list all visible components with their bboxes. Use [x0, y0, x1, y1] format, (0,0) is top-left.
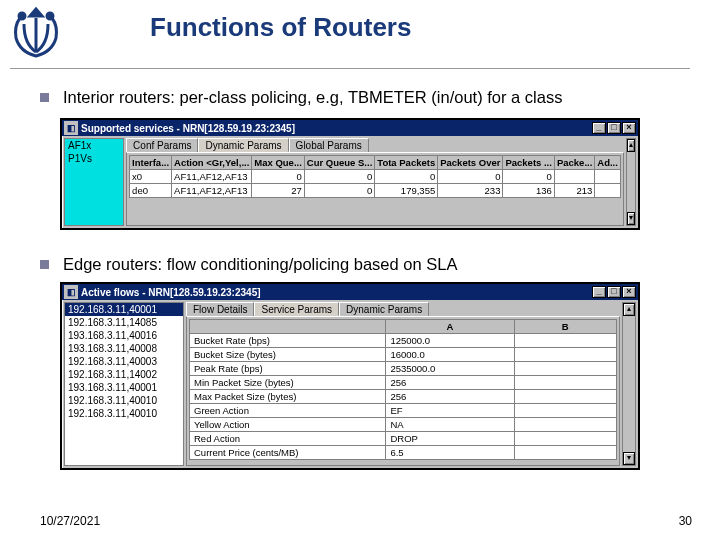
dynamic-params-table: Interfa... Action <Gr,Yel,... Max Que...… — [129, 155, 621, 198]
cell: Min Packet Size (bytes) — [190, 376, 386, 390]
cell: 16000.0 — [386, 348, 514, 362]
cell: 2535000.0 — [386, 362, 514, 376]
tab-dynamic-params-2[interactable]: Dynamic Params — [339, 302, 429, 316]
vertical-scrollbar[interactable]: ▴ ▾ — [622, 302, 636, 466]
cell — [514, 376, 617, 390]
col-header[interactable]: Cur Queue S... — [304, 156, 374, 170]
list-item[interactable]: 192.168.3.11,40001 — [65, 303, 183, 316]
col-header[interactable]: Action <Gr,Yel,... — [172, 156, 252, 170]
titlebar-1[interactable]: ◧ Supported services - NRN[128.59.19.23:… — [62, 120, 638, 136]
col-header[interactable]: Packets Over — [438, 156, 503, 170]
table-row[interactable]: Bucket Size (bytes)16000.0 — [190, 348, 617, 362]
col-header[interactable]: A — [386, 320, 514, 334]
table-row[interactable]: x0 AF11,AF12,AF13 0 0 0 0 0 — [130, 170, 621, 184]
col-header[interactable]: Max Que... — [252, 156, 305, 170]
list-item[interactable] — [65, 165, 123, 167]
list-item[interactable]: P1Vs — [65, 152, 123, 165]
page-title: Functions of Routers — [150, 12, 411, 43]
cell — [514, 446, 617, 460]
bullet-text-1: Interior routers: per-class policing, e.… — [63, 88, 562, 107]
list-item[interactable]: 192.168.3.11,40010 — [65, 407, 183, 420]
cell — [514, 334, 617, 348]
list-item[interactable]: 192.168.3.11,40003 — [65, 355, 183, 368]
cell: 256 — [386, 376, 514, 390]
tab-flow-details[interactable]: Flow Details — [186, 302, 254, 316]
titlebar-2[interactable]: ◧ Active flows - NRN[128.59.19.23:2345] … — [62, 284, 638, 300]
maximize-button[interactable]: □ — [607, 286, 621, 298]
table-row[interactable]: Current Price (cents/MB)6.5 — [190, 446, 617, 460]
table-row[interactable]: Bucket Rate (bps)125000.0 — [190, 334, 617, 348]
close-button[interactable]: × — [622, 286, 636, 298]
services-list[interactable]: AF1x P1Vs — [64, 138, 124, 226]
col-header[interactable]: B — [514, 320, 617, 334]
table-row[interactable]: Green ActionEF — [190, 404, 617, 418]
cell: 233 — [438, 184, 503, 198]
maximize-button[interactable]: □ — [607, 122, 621, 134]
cell — [514, 362, 617, 376]
table-row[interactable]: Red ActionDROP — [190, 432, 617, 446]
cell: 0 — [304, 170, 374, 184]
cell: x0 — [130, 170, 172, 184]
cell — [514, 432, 617, 446]
col-header[interactable]: Packe... — [554, 156, 594, 170]
cell: 213 — [554, 184, 594, 198]
cell: Yellow Action — [190, 418, 386, 432]
list-item[interactable]: 192.168.3.11,14002 — [65, 368, 183, 381]
col-header[interactable]: Interfa... — [130, 156, 172, 170]
window-active-flows: ◧ Active flows - NRN[128.59.19.23:2345] … — [60, 282, 640, 470]
tab-dynamic-params[interactable]: Dynamic Params — [198, 138, 288, 152]
tab-service-params[interactable]: Service Params — [254, 302, 339, 316]
table-header-row: Interfa... Action <Gr,Yel,... Max Que...… — [130, 156, 621, 170]
tab-global-params[interactable]: Global Params — [289, 138, 369, 152]
svg-point-2 — [47, 13, 53, 19]
minimize-button[interactable]: _ — [592, 286, 606, 298]
cell: 179,355 — [375, 184, 438, 198]
table-row[interactable]: Min Packet Size (bytes)256 — [190, 376, 617, 390]
table-row[interactable]: Peak Rate (bps)2535000.0 — [190, 362, 617, 376]
list-item[interactable]: 192.168.3.11,14085 — [65, 316, 183, 329]
list-item[interactable]: 193.168.3.11,40008 — [65, 342, 183, 355]
cell — [595, 184, 621, 198]
scroll-up-icon[interactable]: ▴ — [627, 139, 635, 152]
app-icon: ◧ — [64, 121, 78, 135]
flows-list[interactable]: 192.168.3.11,40001 192.168.3.11,14085 19… — [64, 302, 184, 466]
cell: 0 — [375, 170, 438, 184]
cell: Bucket Size (bytes) — [190, 348, 386, 362]
bullet-icon — [40, 260, 49, 269]
tab-conf-params[interactable]: Conf Params — [126, 138, 198, 152]
table-row[interactable]: Max Packet Size (bytes)256 — [190, 390, 617, 404]
horizontal-rule — [10, 68, 690, 69]
col-header[interactable] — [190, 320, 386, 334]
cell: 27 — [252, 184, 305, 198]
list-item[interactable]: 192.168.3.11,40010 — [65, 394, 183, 407]
col-header[interactable]: Packets ... — [503, 156, 554, 170]
cell: 0 — [304, 184, 374, 198]
university-logo — [10, 6, 62, 62]
table-row[interactable]: Yellow ActionNA — [190, 418, 617, 432]
cell: EF — [386, 404, 514, 418]
table-header-row: A B — [190, 320, 617, 334]
panel-dynamic-params: Interfa... Action <Gr,Yel,... Max Que...… — [126, 152, 624, 226]
scroll-down-icon[interactable]: ▾ — [623, 452, 635, 465]
minimize-button[interactable]: _ — [592, 122, 606, 134]
cell: 256 — [386, 390, 514, 404]
list-item[interactable]: 193.168.3.11,40001 — [65, 381, 183, 394]
cell — [514, 404, 617, 418]
tabs-2: Flow Details Service Params Dynamic Para… — [186, 302, 620, 316]
vertical-scrollbar[interactable]: ▴ ▾ — [626, 138, 636, 226]
table-row[interactable]: de0 AF11,AF12,AF13 27 0 179,355 233 136 … — [130, 184, 621, 198]
service-params-table: A B Bucket Rate (bps)125000.0 Bucket Siz… — [189, 319, 617, 460]
scroll-up-icon[interactable]: ▴ — [623, 303, 635, 316]
cell: 0 — [503, 170, 554, 184]
close-button[interactable]: × — [622, 122, 636, 134]
app-icon: ◧ — [64, 285, 78, 299]
col-header[interactable]: Ad... — [595, 156, 621, 170]
cell: AF11,AF12,AF13 — [172, 184, 252, 198]
col-header[interactable]: Tota Packets — [375, 156, 438, 170]
cell: Bucket Rate (bps) — [190, 334, 386, 348]
svg-point-1 — [19, 13, 25, 19]
cell: 0 — [252, 170, 305, 184]
list-item[interactable]: 193.168.3.11,40016 — [65, 329, 183, 342]
scroll-down-icon[interactable]: ▾ — [627, 212, 635, 225]
list-item[interactable]: AF1x — [65, 139, 123, 152]
